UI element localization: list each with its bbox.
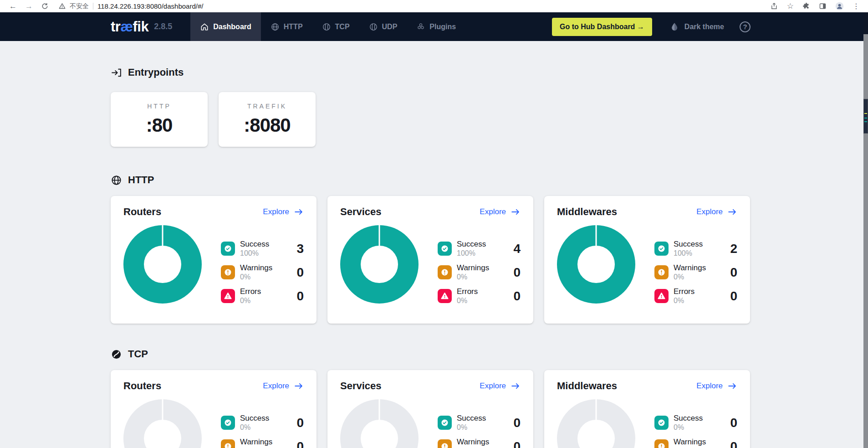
back-icon[interactable]: ← <box>9 2 17 10</box>
entrypoint-port: :80 <box>146 114 173 136</box>
traefik-navbar: træfik 2.8.5 Dashboard HTTP TCP <box>0 12 868 41</box>
url-divider <box>93 3 93 10</box>
dashboard-main: Entrypoints HTTP :80 TRAEFIK :8080 HTTP … <box>111 41 751 448</box>
card-stats: Success100% 3 Warnings0% 0 Errors0% 0 <box>221 240 304 311</box>
profile-avatar[interactable] <box>835 2 844 10</box>
bookmark-star-icon[interactable]: ☆ <box>787 1 794 11</box>
nav-item-tcp[interactable]: TCP <box>312 12 359 41</box>
explore-label: Explore <box>480 207 506 216</box>
stat-label: Errors <box>240 287 261 296</box>
warning-icon <box>221 265 235 279</box>
stat-label: Success <box>457 240 486 248</box>
address-bar[interactable]: 不安全 118.24.226.193:8080/dashboard/#/ <box>59 2 771 10</box>
stat-label: Success <box>674 414 703 422</box>
nav-item-http[interactable]: HTTP <box>261 12 312 41</box>
card-stats: Success100% 4 Warnings0% 0 Errors0% 0 <box>438 240 521 311</box>
arrow-right-icon <box>294 381 304 391</box>
stat-success: Success0% 0 <box>221 414 304 432</box>
stat-success: Success100% 3 <box>221 240 304 257</box>
scrollbar-minimap-navband <box>863 12 868 34</box>
stat-label: Warnings <box>674 438 706 446</box>
stat-warnings: Warnings0% 0 <box>221 263 304 281</box>
stat-warnings: Warnings0% 0 <box>221 438 304 448</box>
stat-warnings: Warnings0% 0 <box>654 263 737 281</box>
explore-link[interactable]: Explore <box>696 381 737 391</box>
section-title: Entrypoints <box>128 67 184 78</box>
explore-link[interactable]: Explore <box>480 207 521 217</box>
entrypoints-cards: HTTP :80 TRAEFIK :8080 <box>111 92 751 147</box>
explore-link[interactable]: Explore <box>480 381 521 391</box>
url-text: 118.24.226.193:8080/dashboard/#/ <box>97 2 203 10</box>
entrypoints-icon <box>111 67 122 78</box>
help-button[interactable]: ? <box>740 21 751 32</box>
stat-label: Warnings <box>674 263 706 272</box>
tcp-icon <box>111 349 122 360</box>
stat-label: Warnings <box>240 438 272 446</box>
card-title: Services <box>340 206 382 218</box>
card-stats: Success100% 2 Warnings0% 0 Errors0% 0 <box>654 240 737 311</box>
explore-label: Explore <box>263 381 289 391</box>
donut-notch <box>162 399 163 420</box>
arrow-right-icon <box>727 381 737 391</box>
minimap-stripe <box>864 118 867 118</box>
stat-success: Success0% 0 <box>438 414 521 432</box>
nav-item-udp[interactable]: UDP <box>359 12 407 41</box>
entrypoints-section: Entrypoints HTTP :80 TRAEFIK :8080 <box>111 67 751 147</box>
stat-value: 0 <box>513 265 521 280</box>
forward-icon[interactable]: → <box>25 2 33 10</box>
arrow-right-icon <box>727 207 737 217</box>
error-icon <box>654 289 669 303</box>
donut-chart <box>340 399 419 448</box>
entrypoint-port: :8080 <box>244 114 290 136</box>
share-icon[interactable] <box>771 2 778 10</box>
card-title: Routers <box>123 206 161 218</box>
arrow-right-icon <box>294 207 304 217</box>
extensions-puzzle-icon[interactable] <box>802 2 810 10</box>
stat-value: 0 <box>730 265 737 280</box>
tcp-middlewares-card: Middlewares Explore Success0% 0 <box>544 370 750 448</box>
explore-link[interactable]: Explore <box>263 381 304 391</box>
dark-theme-toggle[interactable]: Dark theme <box>669 22 724 32</box>
stat-value: 3 <box>296 242 304 256</box>
stat-value: 0 <box>513 439 521 448</box>
scrollbar-thumb[interactable] <box>863 99 868 134</box>
stat-label: Success <box>457 414 486 422</box>
stat-label: Warnings <box>457 438 489 446</box>
error-icon <box>221 289 235 303</box>
nav-item-dashboard[interactable]: Dashboard <box>190 12 261 41</box>
explore-link[interactable]: Explore <box>263 207 304 217</box>
http-routers-card: Routers Explore Success100% 3 <box>111 196 317 324</box>
stat-value: 0 <box>730 289 737 304</box>
stat-percent: 0% <box>457 273 489 281</box>
entrypoint-protocol: HTTP <box>147 103 171 110</box>
donut-chart <box>123 225 202 304</box>
side-panel-icon[interactable] <box>819 2 827 10</box>
stat-value: 0 <box>513 416 521 430</box>
stat-value: 0 <box>296 416 304 430</box>
reload-icon[interactable] <box>41 2 49 10</box>
tcp-cards-row: Routers Explore Success0% 0 <box>111 370 751 448</box>
stat-value: 0 <box>513 289 521 304</box>
browser-chrome: ← → 不安全 118.24.226.193:8080/dashboard/#/… <box>0 0 868 12</box>
traefik-logo[interactable]: træfik <box>111 19 148 35</box>
stat-warnings: Warnings0% 0 <box>654 438 737 448</box>
tcp-routers-card: Routers Explore Success0% 0 <box>111 370 317 448</box>
stat-warnings: Warnings0% 0 <box>438 263 521 281</box>
security-label: 不安全 <box>70 2 89 10</box>
protocol-circle-icon <box>322 22 331 31</box>
nav-item-plugins[interactable]: Plugins <box>407 12 465 41</box>
stat-value: 0 <box>296 289 304 304</box>
card-title: Services <box>340 380 382 392</box>
stat-success: Success0% 0 <box>654 414 737 432</box>
card-stats: Success0% 0 Warnings0% 0 <box>221 414 304 448</box>
stat-label: Success <box>240 240 269 248</box>
stat-percent: 0% <box>240 273 272 281</box>
stat-label: Success <box>674 240 703 248</box>
arrow-right-icon <box>511 381 521 391</box>
success-icon <box>438 416 452 430</box>
browser-menu-icon[interactable]: ⋮ <box>853 2 860 10</box>
hub-dashboard-button[interactable]: Go to Hub Dashboard → <box>552 18 652 36</box>
explore-link[interactable]: Explore <box>696 207 737 217</box>
page-scrollbar[interactable] <box>863 12 868 448</box>
stat-label: Errors <box>674 287 694 296</box>
